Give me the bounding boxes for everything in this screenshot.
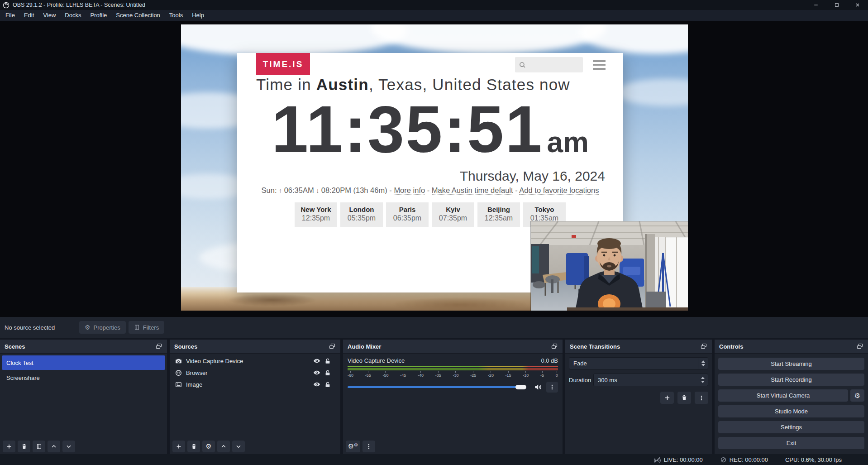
plus-icon xyxy=(176,443,182,450)
start-streaming-button[interactable]: Start Streaming xyxy=(718,358,864,370)
mixer-toolbar: ⚙⚙ xyxy=(343,438,563,454)
source-properties-button[interactable]: ⚙ xyxy=(202,441,215,452)
add-scene-button[interactable] xyxy=(3,441,15,452)
mixer-channel-name: Video Capture Device xyxy=(348,357,405,364)
speaker-icon[interactable] xyxy=(534,383,542,391)
hamburger-menu-icon xyxy=(593,60,606,70)
sources-toolbar: ⚙ xyxy=(170,438,340,454)
menu-file[interactable]: File xyxy=(1,10,19,21)
date-display: Thursday, May 16, 2024 xyxy=(460,168,605,184)
start-virtual-camera-button[interactable]: Start Virtual Camera xyxy=(718,389,848,402)
lock-icon[interactable] xyxy=(324,381,331,388)
scenes-header: Scenes xyxy=(0,340,167,354)
remove-transition-button[interactable] xyxy=(677,392,691,404)
popout-icon[interactable] xyxy=(329,343,336,350)
search-input xyxy=(526,61,578,69)
window-title: OBS 29.1.2 - Profile: LLHLS BETA - Scene… xyxy=(13,2,145,8)
db-tick--15: -15 xyxy=(506,371,511,378)
menu-tools[interactable]: Tools xyxy=(165,10,187,21)
volume-slider[interactable] xyxy=(348,384,530,390)
status-bar: LIVE: 00:00:00 REC: 00:00:00 CPU: 0.6%, … xyxy=(0,454,868,465)
combo-arrows-icon xyxy=(698,358,708,369)
settings-button[interactable]: Settings xyxy=(718,421,864,433)
menu-edit[interactable]: Edit xyxy=(19,10,38,21)
close-button[interactable] xyxy=(847,0,868,10)
scene-list: Clock Test Screenshare xyxy=(0,354,167,387)
remove-source-button[interactable] xyxy=(187,441,200,452)
eye-icon[interactable] xyxy=(313,381,320,388)
volume-meter-right xyxy=(348,368,558,370)
mixer-menu-button[interactable] xyxy=(362,441,375,452)
lock-icon[interactable] xyxy=(324,358,331,364)
title-bar: OBS 29.1.2 - Profile: LLHLS BETA - Scene… xyxy=(0,0,868,10)
double-gear-icon: ⚙⚙ xyxy=(348,442,358,451)
trash-icon xyxy=(681,394,687,401)
window-buttons xyxy=(806,0,868,10)
menu-profile[interactable]: Profile xyxy=(86,10,111,21)
lock-icon[interactable] xyxy=(324,369,331,376)
globe-icon xyxy=(175,369,182,376)
sunrise-arrow-icon: ↑ xyxy=(279,187,282,194)
studio-mode-button[interactable]: Studio Mode xyxy=(718,405,864,417)
popout-icon[interactable] xyxy=(856,343,863,350)
menu-docks[interactable]: Docks xyxy=(60,10,86,21)
advanced-audio-button[interactable]: ⚙⚙ xyxy=(346,441,360,452)
menu-help[interactable]: Help xyxy=(187,10,209,21)
eye-icon[interactable] xyxy=(313,357,320,364)
start-recording-button[interactable]: Start Recording xyxy=(718,374,864,386)
live-signal-icon xyxy=(653,456,661,464)
properties-button[interactable]: ⚙ Properties xyxy=(79,321,126,334)
clock-display: 11:35:51am xyxy=(237,96,623,163)
scenes-toolbar xyxy=(0,438,167,454)
scene-filters-button[interactable] xyxy=(33,441,45,452)
transition-properties-button[interactable] xyxy=(695,392,708,404)
favorites-link: Add to favorite locations xyxy=(519,186,599,195)
scene-item-clock-test[interactable]: Clock Test xyxy=(2,355,165,370)
menu-scene-collection[interactable]: Scene Collection xyxy=(111,10,165,21)
db-tick--30: -30 xyxy=(453,371,458,378)
spin-down-icon[interactable] xyxy=(701,381,705,383)
mixer-options-button[interactable] xyxy=(546,382,558,393)
popout-icon[interactable] xyxy=(700,343,707,350)
filters-button[interactable]: Filters xyxy=(129,321,164,334)
exit-button[interactable]: Exit xyxy=(718,437,864,449)
popout-icon[interactable] xyxy=(551,343,558,350)
selection-status: No source selected xyxy=(5,324,79,331)
source-row-browser[interactable]: Browser xyxy=(171,367,339,379)
more-info-link: More info xyxy=(394,186,425,195)
maximize-icon xyxy=(834,2,839,8)
gear-icon: ⚙ xyxy=(205,442,211,451)
move-source-down-button[interactable] xyxy=(232,441,245,452)
menu-view[interactable]: View xyxy=(38,10,60,21)
scene-item-screenshare[interactable]: Screenshare xyxy=(2,370,165,385)
chevron-down-icon xyxy=(66,443,72,450)
add-source-button[interactable] xyxy=(172,441,185,452)
source-row-image[interactable]: Image xyxy=(171,379,339,390)
volume-slider-handle[interactable] xyxy=(515,385,526,389)
duration-spinbox[interactable]: 300 ms xyxy=(593,374,708,386)
move-scene-down-button[interactable] xyxy=(62,441,75,452)
webcam-scene xyxy=(531,221,688,311)
move-source-up-button[interactable] xyxy=(217,441,230,452)
city-card-london: London05:35pm xyxy=(340,202,383,227)
eye-icon[interactable] xyxy=(313,369,320,376)
scenes-dock: Scenes Clock Test Screenshare xyxy=(0,340,167,454)
maximize-button[interactable] xyxy=(826,0,847,10)
program-canvas[interactable]: TIME.IS Time in Austin, Texas, United St… xyxy=(181,24,688,311)
cpu-usage: CPU: 0.6%, 30.00 fps xyxy=(785,456,842,463)
move-scene-up-button[interactable] xyxy=(48,441,60,452)
controls-header: Controls xyxy=(715,340,868,354)
source-row-video-capture-device[interactable]: Video Capture Device xyxy=(171,355,339,367)
popout-icon[interactable] xyxy=(155,343,162,350)
webcam-overlay xyxy=(531,221,688,311)
virtual-camera-settings-button[interactable]: ⚙ xyxy=(850,389,864,402)
sun-info-line: Sun: ↑ 06:35AM ↓ 08:20PM (13h 46m) - Mor… xyxy=(237,186,623,195)
spin-up-icon[interactable] xyxy=(701,377,705,379)
transition-select[interactable]: Fade xyxy=(569,357,708,369)
mixer-channel: Video Capture Device 0.0 dB -60-55-50-45… xyxy=(343,354,563,396)
remove-scene-button[interactable] xyxy=(18,441,30,452)
gear-icon: ⚙ xyxy=(85,324,91,331)
minimize-button[interactable] xyxy=(806,0,826,10)
add-transition-button[interactable] xyxy=(660,392,674,404)
minimize-icon xyxy=(813,2,819,8)
